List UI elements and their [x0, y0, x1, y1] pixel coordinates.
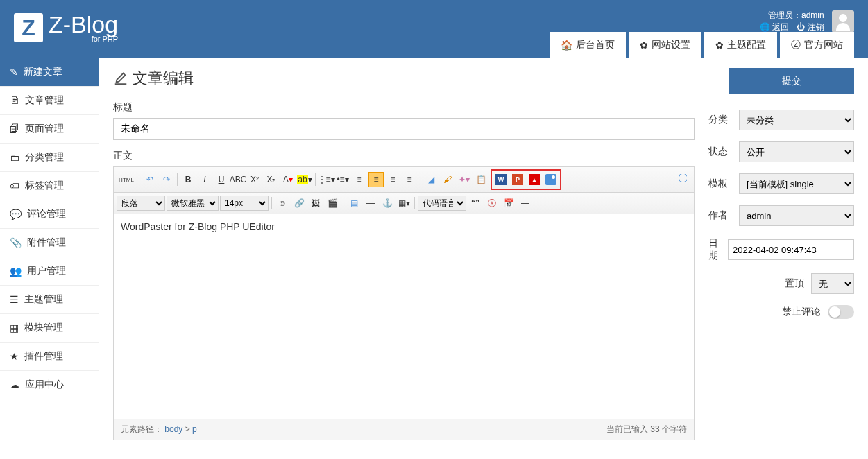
sidebar-item-comments[interactable]: 💬评论管理: [0, 200, 99, 229]
tab-theme[interactable]: ✿主题配置: [704, 32, 777, 58]
format-select[interactable]: 段落: [117, 196, 165, 211]
underline-button[interactable]: U: [214, 172, 229, 187]
subscript-button[interactable]: X₂: [264, 172, 279, 187]
title-input[interactable]: [113, 118, 695, 140]
page-title: 文章编辑: [113, 68, 695, 89]
fullscreen-button[interactable]: ⛶: [675, 171, 690, 186]
superscript-button[interactable]: X²: [247, 172, 262, 187]
logo-icon: Z: [14, 13, 43, 42]
tab-settings[interactable]: ✿网站设置: [629, 32, 701, 58]
layout-button[interactable]: ▤: [346, 196, 361, 211]
globe-icon: 🌐: [760, 22, 770, 32]
edit-icon: [113, 71, 128, 86]
align-center-button[interactable]: ≡: [368, 172, 384, 187]
bold-button[interactable]: B: [180, 172, 196, 187]
cloud-icon: ☁: [10, 379, 19, 390]
magic-button[interactable]: ✦▾: [457, 172, 472, 187]
editor-toolbar-row2: 段落 微软雅黑 14px ☺ 🔗 🖼 🎬 ▤ — ⚓ ▦▾: [114, 193, 694, 214]
sidebar-item-pages[interactable]: 🗐页面管理: [0, 115, 99, 144]
hr-button[interactable]: —: [363, 196, 378, 211]
ppt-paste-button[interactable]: P: [510, 172, 525, 187]
back-link[interactable]: 🌐 返回: [760, 22, 789, 32]
image-button[interactable]: 🖼: [308, 196, 323, 211]
path-body[interactable]: body: [164, 424, 182, 434]
emoji-button[interactable]: ☺: [275, 196, 290, 211]
date-button[interactable]: 📅: [501, 196, 516, 211]
attach-icon: 📎: [10, 237, 22, 248]
backcolor-button[interactable]: ab▾: [297, 172, 312, 187]
unordered-list-button[interactable]: •≡▾: [335, 172, 350, 187]
user-info: 管理员：admin 🌐 返回 ⏻ 注销: [754, 10, 854, 33]
folder-icon: 🗀: [10, 152, 19, 163]
char-count: 当前已输入 33 个字符: [606, 424, 687, 435]
align-left-button[interactable]: ≡: [352, 172, 367, 187]
clipboard-button[interactable]: 📋: [473, 172, 488, 187]
element-path: 元素路径： body > p: [121, 424, 197, 435]
avatar[interactable]: [832, 10, 854, 33]
word-paste-button[interactable]: W: [493, 172, 509, 187]
align-right-button[interactable]: ≡: [385, 172, 400, 187]
html-button[interactable]: HTML: [117, 172, 136, 187]
logout-link[interactable]: ⏻ 注销: [797, 22, 824, 32]
video-button[interactable]: 🎬: [325, 196, 340, 211]
quote-button[interactable]: “”: [468, 196, 483, 211]
path-p[interactable]: p: [192, 424, 197, 434]
editor-footer: 元素路径： body > p 当前已输入 33 个字符: [114, 419, 694, 440]
code-lang-select[interactable]: 代码语言: [418, 196, 466, 211]
sidebar-item-posts[interactable]: 🖹文章管理: [0, 87, 99, 115]
globe-icon: Ⓩ: [791, 39, 801, 51]
author-select[interactable]: admin: [739, 205, 854, 226]
sidebar-item-themes[interactable]: ☰主题管理: [0, 286, 99, 314]
strike-button[interactable]: ABC: [230, 172, 246, 187]
file-icon: 🖹: [10, 95, 19, 106]
remove-format-button[interactable]: Ⓧ: [484, 196, 500, 211]
size-select[interactable]: 14px: [220, 196, 269, 211]
ordered-list-button[interactable]: ⋮≡▾: [318, 172, 334, 187]
sidebar-item-appcenter[interactable]: ☁应用中心: [0, 371, 99, 399]
comment-icon: 💬: [10, 209, 22, 220]
tab-dashboard[interactable]: 🏠后台首页: [550, 32, 626, 58]
sidebar-item-categories[interactable]: 🗀分类管理: [0, 144, 99, 172]
copy-icon: 🗐: [10, 123, 19, 135]
sidebar-item-users[interactable]: 👥用户管理: [0, 257, 99, 286]
nocomment-toggle[interactable]: [828, 305, 854, 319]
format-brush-button[interactable]: 🖌: [440, 172, 455, 187]
edit-icon: ✎: [10, 67, 18, 78]
sidebar-item-new-post[interactable]: ✎新建文章: [0, 58, 99, 87]
category-select[interactable]: 未分类: [739, 110, 854, 130]
editor-toolbar-row1: HTML ↶ ↷ B I U ABC X² X₂ A▾ ab▾: [114, 167, 694, 193]
tab-official[interactable]: Ⓩ官方网站: [780, 32, 854, 58]
template-select[interactable]: [当前模板] single: [739, 173, 854, 194]
date-input[interactable]: [728, 239, 854, 260]
table-button[interactable]: ▦▾: [396, 196, 411, 211]
link-button[interactable]: 🔗: [291, 196, 307, 211]
font-select[interactable]: 微软雅黑: [167, 196, 219, 211]
redo-button[interactable]: ↷: [159, 172, 174, 187]
eraser-button[interactable]: ◢: [423, 172, 439, 187]
logo-text: Z-Blog: [49, 12, 118, 36]
status-select[interactable]: 公开: [739, 141, 854, 162]
align-justify-button[interactable]: ≡: [402, 172, 417, 187]
undo-button[interactable]: ↶: [142, 172, 158, 187]
users-icon: 👥: [10, 266, 22, 277]
category-label: 分类: [708, 114, 732, 126]
sidebar-item-plugins[interactable]: ★插件管理: [0, 343, 99, 371]
logo[interactable]: Z Z-Blog for PHP: [14, 12, 118, 43]
gear-icon: ✿: [640, 40, 648, 51]
sidebar-item-modules[interactable]: ▦模块管理: [0, 314, 99, 343]
pagebreak-button[interactable]: —: [518, 196, 533, 211]
pdf-paste-button[interactable]: ▲: [527, 172, 542, 187]
anchor-button[interactable]: ⚓: [380, 196, 395, 211]
sidebar-item-attachments[interactable]: 📎附件管理: [0, 229, 99, 257]
template-label: 模板: [708, 177, 732, 190]
forecolor-button[interactable]: A▾: [280, 172, 296, 187]
submit-button[interactable]: 提交: [729, 68, 854, 94]
ppt-icon: P: [512, 174, 523, 185]
sidebar-item-tags[interactable]: 🏷标签管理: [0, 172, 99, 200]
image-paste-button[interactable]: [543, 172, 559, 187]
editor-body[interactable]: WordPaster for Z-Blog PHP UEditor: [114, 214, 694, 419]
italic-button[interactable]: I: [197, 172, 212, 187]
side-panel: 提交 分类 未分类 状态 公开 模板 [当前模板] single 作者 admi…: [708, 68, 854, 450]
header: Z Z-Blog for PHP 管理员：admin 🌐 返回 ⏻ 注销 🏠后台…: [0, 0, 868, 58]
sticky-select[interactable]: 无: [811, 273, 854, 294]
